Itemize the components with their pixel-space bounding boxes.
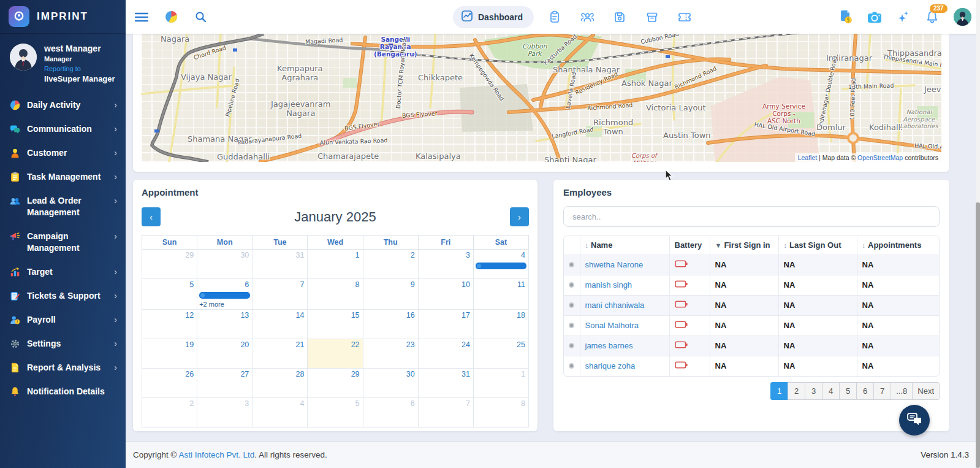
calendar-day-cell[interactable]: 12 <box>142 310 197 339</box>
leaflet-map[interactable]: NagaraMagadi RoadChord RoadSangolli Raya… <box>141 34 941 162</box>
menu-icon[interactable] <box>134 10 149 25</box>
calendar-day-cell[interactable]: 10 <box>418 279 473 310</box>
calendar-day-cell[interactable]: 20 <box>197 339 253 369</box>
calendar-day-cell[interactable]: 4 <box>253 398 308 428</box>
sidebar-item-customer[interactable]: Customer› <box>0 141 126 165</box>
calendar-day-cell[interactable]: 5 <box>142 279 197 310</box>
calendar-day-cell[interactable]: 18 <box>473 310 528 339</box>
pagination-page-6[interactable]: 6 <box>856 382 874 400</box>
calendar-day-cell[interactable]: 13 <box>197 310 253 339</box>
calendar-more-link[interactable]: +2 more <box>199 301 250 308</box>
pagination-page-7[interactable]: 7 <box>873 382 891 400</box>
sidebar-item-report-analysis[interactable]: Report & Analysis› <box>0 356 126 380</box>
calendar-day-cell[interactable]: 3 <box>197 398 253 428</box>
calendar-day-cell[interactable]: 27 <box>197 369 253 398</box>
employee-name-link[interactable]: manish singh <box>585 280 632 290</box>
calendar-day-cell[interactable]: 17 <box>418 310 473 339</box>
employee-name-link[interactable]: james barnes <box>585 341 633 350</box>
calendar-day-cell[interactable]: 7 <box>418 398 473 428</box>
employees-column-header[interactable]: ▼First Sign in <box>710 236 778 255</box>
calendar-event-bar[interactable] <box>476 263 526 269</box>
calendar-day-cell[interactable]: 28 <box>253 369 308 398</box>
team-icon[interactable] <box>580 10 594 25</box>
employees-column-header[interactable]: ↕Last Sign Out <box>778 236 857 255</box>
calendar-day-cell[interactable]: 26 <box>142 369 197 398</box>
calendar-day-cell[interactable]: 7 <box>253 279 308 310</box>
employee-name-link[interactable]: mani chhaniwala <box>585 301 645 310</box>
pagination-page-4[interactable]: 4 <box>822 382 840 400</box>
calendar-event-bar[interactable] <box>199 292 250 299</box>
employees-search-input[interactable] <box>563 206 940 227</box>
calendar-day-cell[interactable]: 2 <box>363 250 418 279</box>
calendar-day-cell[interactable]: 29 <box>308 369 363 398</box>
sidebar-item-notification-details[interactable]: Notification Details <box>0 380 126 404</box>
bell-icon[interactable]: 237 <box>925 10 940 25</box>
sidebar-item-campaign-management[interactable]: Campaign Management› <box>0 224 126 260</box>
calendar-day-cell[interactable]: 15 <box>308 310 363 339</box>
save-icon[interactable] <box>612 10 627 25</box>
calendar-day-cell[interactable]: 21 <box>253 339 308 369</box>
company-link[interactable]: Asti Infotech Pvt. Ltd <box>178 450 254 459</box>
search-icon[interactable] <box>193 10 208 25</box>
scrollbar-thumb[interactable] <box>976 202 980 468</box>
pagination-next-button[interactable]: Next <box>912 382 940 400</box>
chat-fab-button[interactable] <box>899 405 930 435</box>
employees-column-header[interactable]: ↕Appointments <box>857 236 939 255</box>
calendar-day-cell[interactable]: 30 <box>197 250 253 279</box>
dashboard-button[interactable]: Dashboard <box>453 6 534 28</box>
sidebar-item-communication[interactable]: Communication› <box>0 117 126 141</box>
sidebar-item-daily-activity[interactable]: Daily Activity› <box>0 93 126 117</box>
pagination-page-3[interactable]: 3 <box>805 382 822 400</box>
calendar-day-cell[interactable]: 31 <box>418 369 473 398</box>
employees-column-header[interactable]: Battery <box>669 236 710 255</box>
calendar-next-button[interactable]: › <box>510 207 529 226</box>
osm-link[interactable]: OpenStreetMap <box>857 154 903 161</box>
archive-icon[interactable] <box>645 10 659 25</box>
employees-column-header[interactable]: ↕Name <box>580 236 669 255</box>
pie-chart-icon[interactable] <box>164 10 178 25</box>
calendar-day-cell[interactable]: 1 <box>473 369 528 398</box>
calendar-day-cell[interactable]: 30 <box>363 369 418 398</box>
billing-icon[interactable]: $ <box>838 10 853 25</box>
calendar-day-cell[interactable]: 8 <box>308 279 363 310</box>
calendar-day-cell[interactable]: 5 <box>308 398 363 428</box>
calendar-day-cell[interactable]: 29 <box>142 250 197 279</box>
logo[interactable]: IMPRINT <box>0 0 126 34</box>
calendar-prev-button[interactable]: ‹ <box>142 207 161 226</box>
calendar-day-cell[interactable]: 6+2 more <box>197 279 253 310</box>
calendar-day-cell[interactable]: 19 <box>142 339 197 369</box>
calendar-day-cell[interactable]: 2 <box>142 398 197 428</box>
leaflet-link[interactable]: Leaflet <box>798 154 818 161</box>
sparkles-icon[interactable] <box>896 10 911 25</box>
calendar-day-cell[interactable]: 16 <box>363 310 418 339</box>
scrollbar-track[interactable] <box>976 0 980 468</box>
calendar-day-cell[interactable]: 25 <box>473 339 528 369</box>
calendar-day-cell[interactable]: 31 <box>253 250 308 279</box>
calendar-day-cell[interactable]: 8 <box>473 398 528 428</box>
calendar-day-cell[interactable]: 14 <box>253 310 308 339</box>
calendar-day-cell[interactable]: 24 <box>418 339 473 369</box>
topbar-avatar[interactable] <box>954 8 971 26</box>
pagination-page-8[interactable]: ...8 <box>891 382 913 400</box>
sidebar-item-lead-order-management[interactable]: Lead & Order Management› <box>0 189 126 224</box>
calendar-day-cell[interactable]: 1 <box>308 250 363 279</box>
calendar-day-cell[interactable]: 6 <box>363 398 418 428</box>
pagination-page-5[interactable]: 5 <box>839 382 857 400</box>
clipboard-icon[interactable] <box>547 10 562 25</box>
sidebar-item-target[interactable]: Target› <box>0 260 126 284</box>
user-profile[interactable]: west Manager Manager Reporting to liveSu… <box>0 34 126 90</box>
employee-name-link[interactable]: shwetha Narone <box>585 260 644 269</box>
camera-icon[interactable] <box>867 10 882 25</box>
sidebar-item-task-management[interactable]: Task Management› <box>0 165 126 189</box>
calendar-day-cell[interactable]: 23 <box>363 339 418 369</box>
calendar-day-cell[interactable]: 11 <box>473 279 528 310</box>
calendar-day-cell[interactable]: 9 <box>363 279 418 310</box>
employee-name-link[interactable]: sharique zoha <box>585 361 636 370</box>
calendar-day-cell[interactable]: 22 <box>308 339 363 369</box>
sidebar-item-tickets-support[interactable]: Tickets & Support› <box>0 284 126 308</box>
calendar-day-cell[interactable]: 3 <box>418 250 473 279</box>
calendar-day-cell[interactable]: 4 <box>473 250 528 279</box>
employee-name-link[interactable]: Sonal Malhotra <box>585 321 639 330</box>
pagination-page-2[interactable]: 2 <box>788 382 805 400</box>
pagination-page-1[interactable]: 1 <box>770 382 788 400</box>
